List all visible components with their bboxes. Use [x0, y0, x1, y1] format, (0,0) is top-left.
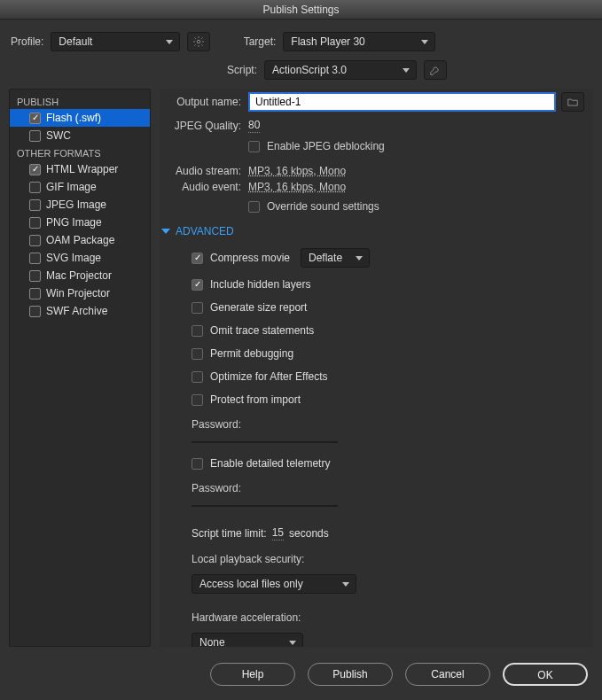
profile-value: Default: [59, 35, 92, 48]
checkbox-icon[interactable]: [29, 306, 41, 317]
include-hidden-layers-checkbox[interactable]: [192, 279, 203, 291]
target-value: Flash Player 30: [291, 35, 364, 48]
sidebar-item-swc[interactable]: SWC: [10, 127, 150, 144]
profile-select[interactable]: Default: [51, 32, 180, 51]
local-playback-label: Local playback security:: [161, 549, 584, 567]
script-select[interactable]: ActionScript 3.0: [264, 60, 417, 80]
enable-jpeg-deblocking-checkbox[interactable]: [248, 141, 260, 152]
publish-button[interactable]: Publish: [308, 663, 393, 686]
sidebar-item-html-wrapper[interactable]: HTML Wrapper: [10, 160, 150, 178]
include-hidden-layers-label: Include hidden layers: [210, 278, 310, 291]
output-name-input[interactable]: [248, 92, 556, 112]
sidebar-item-label: PNG Image: [46, 216, 102, 229]
sidebar-item-gif[interactable]: GIF Image: [10, 178, 150, 196]
help-button[interactable]: Help: [210, 663, 295, 686]
cancel-button[interactable]: Cancel: [405, 663, 490, 686]
folder-icon: [567, 96, 579, 108]
sidebar-item-label: SWF Archive: [46, 305, 107, 317]
profile-options-button[interactable]: [187, 32, 210, 51]
override-sound-label: Override sound settings: [267, 200, 379, 213]
jpeg-quality-value[interactable]: 80: [248, 119, 260, 133]
sidebar-item-svg[interactable]: SVG Image: [10, 249, 150, 267]
local-playback-value: Access local files only: [199, 578, 303, 590]
sidebar-item-label: OAM Package: [46, 234, 114, 246]
script-time-label: Script time limit:: [192, 527, 267, 540]
script-time-value[interactable]: 15: [272, 526, 284, 541]
checkbox-icon[interactable]: [29, 253, 41, 264]
sidebar-item-label: JPEG Image: [46, 198, 106, 211]
ok-button[interactable]: OK: [503, 663, 588, 686]
password1-label: Password:: [161, 415, 584, 432]
generate-size-report-label: Generate size report: [210, 301, 307, 314]
hw-accel-select[interactable]: None: [192, 633, 303, 647]
protect-import-label: Protect from import: [210, 393, 301, 406]
sidebar-item-mac-projector[interactable]: Mac Projector: [10, 267, 150, 284]
target-select[interactable]: Flash Player 30: [283, 32, 435, 51]
checkbox-icon[interactable]: [29, 130, 41, 142]
sidebar-item-label: SWC: [46, 129, 71, 142]
hw-accel-label: Hardware acceleration:: [161, 608, 584, 626]
sidebar-item-label: SVG Image: [46, 252, 101, 264]
omit-trace-label: Omit trace statements: [210, 324, 314, 337]
script-label: Script:: [218, 64, 257, 76]
permit-debugging-checkbox[interactable]: [192, 348, 203, 360]
sidebar-item-win-projector[interactable]: Win Projector: [10, 284, 150, 302]
header-row-1: Profile: Default Target: Flash Player 30: [0, 19, 602, 57]
actionscript-settings-button[interactable]: [424, 60, 447, 80]
checkbox-icon[interactable]: [29, 288, 41, 299]
window-title: Publish Settings: [0, 0, 602, 19]
svg-point-0: [198, 40, 201, 43]
chevron-down-icon: [161, 229, 170, 234]
header-row-2: Script: ActionScript 3.0: [0, 57, 602, 89]
generate-size-report-checkbox[interactable]: [192, 302, 203, 314]
checkbox-icon[interactable]: [29, 270, 41, 282]
omit-trace-checkbox[interactable]: [192, 325, 203, 337]
sidebar-item-jpeg[interactable]: JPEG Image: [10, 196, 150, 214]
checkbox-icon[interactable]: [29, 235, 41, 246]
output-name-label: Output name:: [161, 96, 241, 108]
compress-method-value: Deflate: [309, 252, 342, 264]
checkbox-icon[interactable]: [29, 199, 41, 211]
compress-movie-label: Compress movie: [210, 252, 290, 264]
optimize-ae-checkbox[interactable]: [192, 371, 203, 383]
checkbox-icon[interactable]: [29, 164, 41, 175]
password2-input[interactable]: [192, 505, 338, 507]
format-sidebar: PUBLISH Flash (.swf) SWC OTHER FORMATS H…: [9, 89, 151, 647]
audio-stream-label: Audio stream:: [161, 165, 241, 177]
dialog-footer: Help Publish Cancel OK: [0, 654, 602, 700]
sidebar-item-oam[interactable]: OAM Package: [10, 231, 150, 249]
script-value: ActionScript 3.0: [272, 64, 347, 76]
publish-settings-window: Publish Settings Profile: Default Target…: [0, 0, 602, 700]
browse-folder-button[interactable]: [561, 92, 584, 112]
password1-input[interactable]: [192, 441, 338, 443]
audio-stream-value[interactable]: MP3, 16 kbps, Mono: [248, 165, 346, 177]
audio-event-value[interactable]: MP3, 16 kbps, Mono: [248, 181, 346, 193]
sidebar-item-label: Mac Projector: [46, 269, 112, 282]
enable-telemetry-checkbox[interactable]: [192, 458, 203, 470]
target-label: Target:: [237, 35, 276, 48]
wrench-icon: [429, 64, 442, 76]
sidebar-item-png[interactable]: PNG Image: [10, 214, 150, 231]
checkbox-icon[interactable]: [29, 182, 41, 193]
enable-telemetry-label: Enable detailed telemetry: [210, 457, 330, 470]
sidebar-item-swf-archive[interactable]: SWF Archive: [10, 302, 150, 320]
advanced-toggle[interactable]: ADVANCED: [161, 220, 584, 239]
checkbox-icon[interactable]: [29, 217, 41, 229]
permit-debugging-label: Permit debugging: [210, 347, 293, 360]
enable-jpeg-deblocking-label: Enable JPEG deblocking: [267, 140, 385, 152]
gear-icon: [192, 35, 205, 48]
sidebar-item-label: HTML Wrapper: [46, 163, 118, 175]
script-time-unit: seconds: [289, 527, 329, 540]
override-sound-checkbox[interactable]: [248, 201, 260, 213]
compress-movie-checkbox[interactable]: [192, 253, 203, 264]
protect-import-checkbox[interactable]: [192, 394, 203, 406]
compress-method-select[interactable]: Deflate: [301, 248, 370, 268]
checkbox-icon[interactable]: [29, 113, 41, 124]
sidebar-item-flash-swf[interactable]: Flash (.swf): [10, 109, 150, 127]
hw-accel-value: None: [199, 636, 225, 647]
sidebar-section-publish: PUBLISH: [10, 93, 150, 109]
sidebar-section-other-formats: OTHER FORMATS: [10, 144, 150, 160]
local-playback-select[interactable]: Access local files only: [192, 574, 356, 594]
settings-panel: Output name: JPEG Quality: 80 Enable JPE…: [160, 89, 593, 647]
sidebar-item-label: Win Projector: [46, 287, 110, 299]
